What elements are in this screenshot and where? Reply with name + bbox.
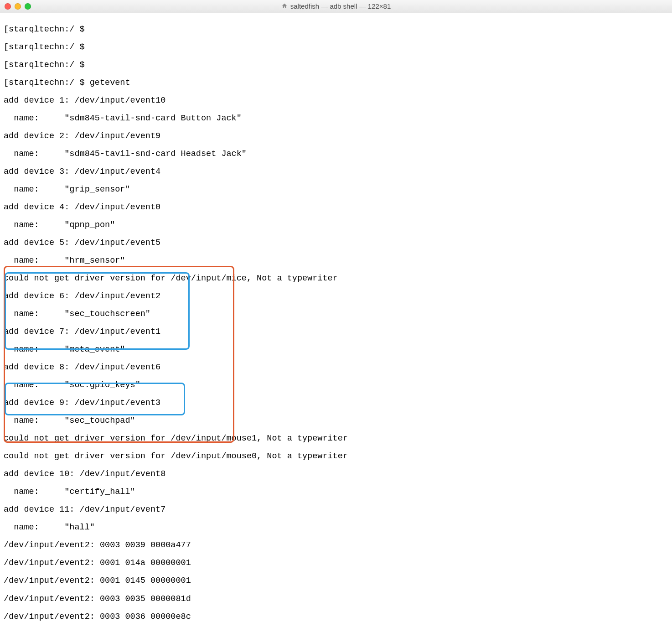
event-line: /dev/input/event2: 0001 014a 00000001: [4, 559, 668, 568]
output-line: name: "hrm_sensor": [4, 256, 668, 265]
window-title-text: saltedfish — adb shell — 122×81: [290, 3, 391, 10]
prompt-line: [starqltechn:/ $: [4, 25, 668, 34]
output-line: add device 1: /dev/input/event10: [4, 96, 668, 105]
minimize-icon[interactable]: [15, 3, 21, 10]
zoom-icon[interactable]: [25, 3, 31, 10]
close-icon[interactable]: [5, 3, 11, 10]
event-line: /dev/input/event2: 0003 0036 00000e8c: [4, 612, 668, 622]
event-line: /dev/input/event2: 0001 0145 00000001: [4, 576, 668, 586]
titlebar: saltedfish — adb shell — 122×81: [0, 0, 672, 13]
terminal-body[interactable]: [starqltechn:/ $ [starqltechn:/ $ [starq…: [0, 13, 672, 622]
prompt-line: [starqltechn:/ $: [4, 43, 668, 52]
output-line: add device 7: /dev/input/event1: [4, 327, 668, 337]
terminal-window: saltedfish — adb shell — 122×81 [starqlt…: [0, 0, 672, 622]
prompt-line: [starqltechn:/ $ getevent: [4, 78, 668, 88]
output-line: name: "meta_event": [4, 345, 668, 354]
output-line: add device 10: /dev/input/event8: [4, 470, 668, 479]
output-line: add device 11: /dev/input/event7: [4, 505, 668, 514]
event-line: /dev/input/event2: 0003 0039 0000a477: [4, 541, 668, 550]
event-line: /dev/input/event2: 0003 0035 0000081d: [4, 595, 668, 604]
output-line: name: "sdm845-tavil-snd-card Headset Jac…: [4, 150, 668, 159]
output-line: name: "qpnp_pon": [4, 221, 668, 230]
output-line: add device 4: /dev/input/event0: [4, 203, 668, 212]
output-line: name: "grip_sensor": [4, 185, 668, 194]
home-icon: [281, 3, 288, 10]
window-title: saltedfish — adb shell — 122×81: [0, 3, 672, 10]
output-line: add device 8: /dev/input/event6: [4, 363, 668, 372]
output-line: could not get driver version for /dev/in…: [4, 274, 668, 283]
output-line: name: "sec_touchpad": [4, 416, 668, 425]
output-line: name: "hall": [4, 523, 668, 532]
output-line: name: "sec_touchscreen": [4, 310, 668, 319]
output-line: add device 3: /dev/input/event4: [4, 167, 668, 176]
output-line: name: "certify_hall": [4, 487, 668, 497]
output-line: add device 2: /dev/input/event9: [4, 132, 668, 141]
output-line: could not get driver version for /dev/in…: [4, 452, 668, 461]
output-line: name: "sdm845-tavil-snd-card Button Jack…: [4, 114, 668, 123]
output-line: add device 5: /dev/input/event5: [4, 238, 668, 248]
output-line: add device 6: /dev/input/event2: [4, 292, 668, 301]
prompt-line: [starqltechn:/ $: [4, 61, 668, 70]
traffic-lights: [0, 3, 31, 10]
output-line: name: "soc:gpio_keys": [4, 381, 668, 390]
output-line: add device 9: /dev/input/event3: [4, 399, 668, 408]
output-line: could not get driver version for /dev/in…: [4, 434, 668, 443]
